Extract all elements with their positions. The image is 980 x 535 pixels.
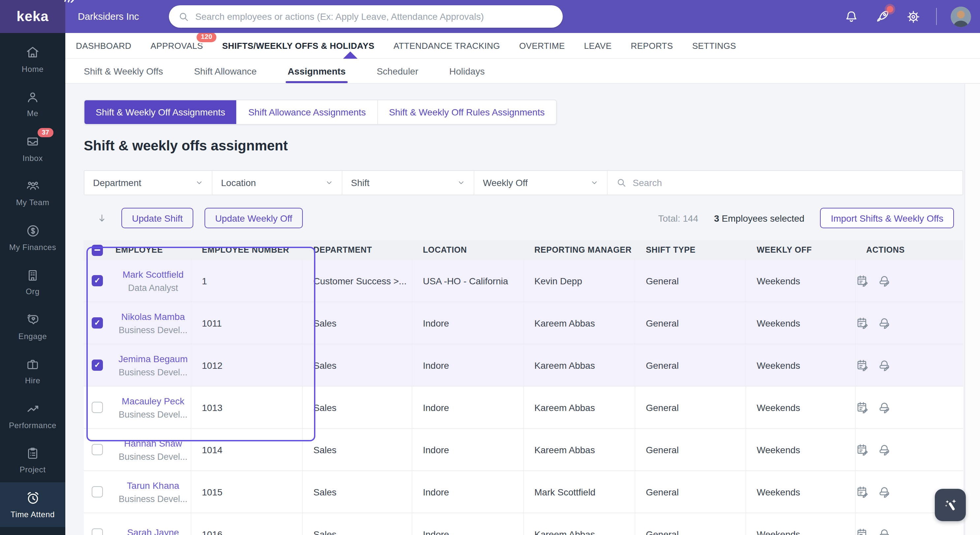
row-checkbox[interactable] <box>92 486 103 497</box>
tab-shifts-weekly-offs-holidays[interactable]: SHIFTS/WEEKLY OFFS & HOLIDAYS <box>222 41 374 51</box>
table-row[interactable]: Macauley Peck Business Devel... 1013 Sal… <box>84 387 963 429</box>
shift-filter[interactable]: Shift <box>342 171 474 194</box>
table-row[interactable]: Sarah Jayne 1016 Sales Indore Kareem Abb… <box>84 513 963 535</box>
row-actions <box>855 260 963 301</box>
whats-new-rocket-icon[interactable] <box>874 8 891 25</box>
edit-shift-calendar-icon[interactable] <box>856 527 870 535</box>
subtab-assignments[interactable]: Assignments <box>288 59 346 83</box>
global-search[interactable] <box>169 5 563 28</box>
tab-reports[interactable]: REPORTS <box>631 41 673 51</box>
import-shifts-weekly-offs-button[interactable]: Import Shifts & Weekly Offs <box>820 208 954 228</box>
update-weekly-off-button[interactable]: Update Weekly Off <box>205 208 303 228</box>
row-checkbox[interactable] <box>92 402 103 413</box>
user-avatar[interactable] <box>950 6 971 27</box>
table-row[interactable]: Mark Scottfield Data Analyst 1 Customer … <box>84 260 963 302</box>
edit-shift-calendar-icon[interactable] <box>856 358 870 372</box>
edit-weekly-off-icon[interactable] <box>877 400 891 414</box>
subtab-shift-allowance[interactable]: Shift Allowance <box>194 59 257 83</box>
sidebar: Home Me 37 Inbox My Team My Finances Org <box>0 33 65 535</box>
sidebar-item-project[interactable]: Project <box>0 438 65 482</box>
subtab-shift-weekly-offs[interactable]: Shift & Weekly Offs <box>84 59 163 83</box>
department-cell: Sales <box>302 344 412 386</box>
segment-shift-weekly-off-rules-assignments[interactable]: Shift & Weekly Off Rules Assignments <box>378 100 556 124</box>
edit-shift-calendar-icon[interactable] <box>856 400 870 414</box>
table-header-row: EMPLOYEE EMPLOYEE NUMBER DEPARTMENT LOCA… <box>84 240 963 260</box>
column-header: EMPLOYEE <box>111 240 191 260</box>
update-shift-button[interactable]: Update Shift <box>121 208 193 228</box>
weekly-off-filter[interactable]: Weekly Off <box>474 171 608 194</box>
table-row[interactable]: Jemima Begaum Business Devel... 1012 Sal… <box>84 344 963 387</box>
department-cell: Sales <box>302 387 412 428</box>
table-search-input[interactable] <box>633 177 954 188</box>
shift-type-cell: General <box>635 260 746 301</box>
employee-name-link[interactable]: Sarah Jayne <box>127 527 179 535</box>
employee-number-cell: 1012 <box>191 344 302 386</box>
sidebar-item-home[interactable]: Home <box>0 37 65 81</box>
employee-name-link[interactable]: Mark Scottfield <box>123 269 183 279</box>
approvals-count-badge: 120 <box>197 32 216 42</box>
topbar-actions <box>843 0 971 33</box>
employee-number-cell: 1 <box>191 260 302 301</box>
row-checkbox[interactable] <box>92 360 103 371</box>
department-filter[interactable]: Department <box>84 171 212 194</box>
main-area: DASHBOARD APPROVALS 120 SHIFTS/WEEKLY OF… <box>65 33 980 535</box>
employee-name-link[interactable]: Nikolas Mamba <box>121 311 185 322</box>
employee-name-link[interactable]: Macauley Peck <box>122 395 185 406</box>
edit-weekly-off-icon[interactable] <box>877 485 891 499</box>
sort-down-arrow-icon[interactable] <box>97 212 107 224</box>
table-row[interactable]: Nikolas Mamba Business Devel... 1011 Sal… <box>84 302 963 344</box>
table-row[interactable]: Tarun Khana Business Devel... 1015 Sales… <box>84 471 963 513</box>
sidebar-item-my-finances[interactable]: My Finances <box>0 215 65 260</box>
sidebar-item-performance[interactable]: Performance <box>0 393 65 438</box>
sidebar-item-inbox[interactable]: 37 Inbox <box>0 126 65 170</box>
column-header: DEPARTMENT <box>302 240 412 260</box>
tab-settings[interactable]: SETTINGS <box>692 41 736 51</box>
weekly-off-cell: Weekends <box>746 513 855 535</box>
edit-shift-calendar-icon[interactable] <box>856 316 870 330</box>
edit-weekly-off-icon[interactable] <box>877 274 891 288</box>
employee-name-link[interactable]: Jemima Begaum <box>118 353 188 364</box>
edit-weekly-off-icon[interactable] <box>877 443 891 457</box>
department-cell: Sales <box>302 302 412 344</box>
row-checkbox[interactable] <box>92 444 103 455</box>
edit-weekly-off-icon[interactable] <box>877 316 891 330</box>
sidebar-item-engage[interactable]: Engage <box>0 304 65 349</box>
sidebar-item-org[interactable]: Org <box>0 260 65 304</box>
row-checkbox[interactable] <box>92 317 103 328</box>
location-filter[interactable]: Location <box>212 171 342 194</box>
subtab-scheduler[interactable]: Scheduler <box>377 59 418 83</box>
tab-overtime[interactable]: OVERTIME <box>519 41 565 51</box>
sidebar-item-my-team[interactable]: My Team <box>0 170 65 215</box>
keka-logo[interactable]: keka <box>0 0 65 33</box>
magic-wand-assistant-button[interactable] <box>935 489 966 521</box>
sidebar-item-me[interactable]: Me <box>0 81 65 126</box>
notifications-bell-icon[interactable] <box>843 8 860 25</box>
settings-gear-icon[interactable] <box>905 8 922 25</box>
edit-shift-calendar-icon[interactable] <box>856 485 870 499</box>
home-icon <box>25 45 41 61</box>
employee-name-link[interactable]: Tarun Khana <box>127 480 180 490</box>
row-checkbox[interactable] <box>92 529 103 535</box>
employee-name-link[interactable]: Hannah Shaw <box>124 438 182 448</box>
edit-shift-calendar-icon[interactable] <box>856 443 870 457</box>
edit-weekly-off-icon[interactable] <box>877 358 891 372</box>
segment-shift-weekly-off-assignments[interactable]: Shift & Weekly Off Assignments <box>84 100 237 124</box>
row-checkbox[interactable] <box>92 275 103 286</box>
tab-dashboard[interactable]: DASHBOARD <box>76 41 131 51</box>
global-search-input[interactable] <box>195 11 554 22</box>
table-row[interactable]: Hannah Shaw Business Devel... 1014 Sales… <box>84 429 963 471</box>
column-header: LOCATION <box>412 240 523 260</box>
tab-attendance-tracking[interactable]: ATTENDANCE TRACKING <box>393 41 500 51</box>
sidebar-item-time-attend[interactable]: Time Attend <box>0 482 65 527</box>
location-cell: Indore <box>412 302 523 344</box>
edit-shift-calendar-icon[interactable] <box>856 274 870 288</box>
sidebar-item-hire[interactable]: Hire <box>0 349 65 393</box>
edit-weekly-off-icon[interactable] <box>877 527 891 535</box>
subtab-holidays[interactable]: Holidays <box>449 59 485 83</box>
tab-approvals[interactable]: APPROVALS 120 <box>150 41 203 51</box>
segment-shift-allowance-assignments[interactable]: Shift Allowance Assignments <box>237 100 378 124</box>
inbox-count-badge: 37 <box>38 128 53 137</box>
select-all-checkbox[interactable] <box>92 244 103 256</box>
table-search[interactable] <box>608 171 963 194</box>
tab-leave[interactable]: LEAVE <box>584 41 612 51</box>
